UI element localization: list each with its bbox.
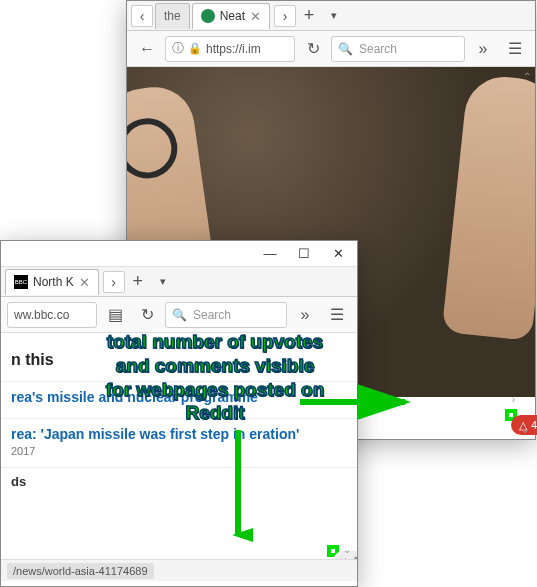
url-bar[interactable]: ⓘ 🔒 https://i.im <box>165 36 295 62</box>
story-date: 2017 <box>11 445 347 457</box>
hamburger-menu-button[interactable]: ☰ <box>323 301 351 329</box>
story-headline-link[interactable]: rea: 'Japan missile was first step in er… <box>11 425 347 443</box>
url-bar[interactable]: ww.bbc.co <box>7 302 97 328</box>
close-tab-icon[interactable]: ✕ <box>79 275 90 290</box>
story-headline-link[interactable]: rea's missile and nuclear programme <box>11 388 347 406</box>
tab-inactive[interactable]: the <box>155 3 190 29</box>
search-box[interactable]: 🔍 Search <box>165 302 287 328</box>
status-url: /news/world-asia-41174689 <box>7 563 154 579</box>
tab-overflow-button[interactable]: ▾ <box>320 2 348 30</box>
story-trail-text: ds <box>11 474 26 489</box>
hamburger-menu-button[interactable]: ☰ <box>501 35 529 63</box>
nav-toolbar: ww.bbc.co ▤ ↻ 🔍 Search » ☰ <box>1 297 357 333</box>
annotation-highlight-box: △ 41469 ✎ 1255 gifs <box>505 409 517 421</box>
search-placeholder: Search <box>359 42 397 56</box>
search-box[interactable]: 🔍 Search <box>331 36 465 62</box>
page-content: n this rea's missile and nuclear program… <box>1 333 357 559</box>
window-titlebar: — ☐ ✕ <box>1 241 357 267</box>
scroll-up-indicator: ⌃ <box>523 71 531 82</box>
site-info-icon[interactable]: ⓘ <box>172 40 184 57</box>
scroll-down-indicator: ⌄ <box>343 544 351 555</box>
tab-strip: ‹ the Neat ✕ › + ▾ <box>127 1 535 31</box>
new-tab-button[interactable]: + <box>298 5 320 26</box>
reload-button[interactable]: ↻ <box>133 301 161 329</box>
tab-active[interactable]: BBC North K ✕ <box>5 269 99 295</box>
new-tab-button[interactable]: + <box>127 271 149 292</box>
window-minimize-button[interactable]: — <box>253 243 287 265</box>
tab-strip: BBC North K ✕ › + ▾ <box>1 267 357 297</box>
search-placeholder: Search <box>193 308 231 322</box>
scroll-down-indicator: ⌄ <box>521 424 529 435</box>
tab-overflow-button[interactable]: ▾ <box>149 268 177 296</box>
reload-button[interactable]: ↻ <box>299 35 327 63</box>
story-item: rea's missile and nuclear programme <box>1 381 357 418</box>
tab-label: North K <box>33 275 74 289</box>
scroll-right-indicator: › <box>512 394 515 405</box>
favicon-icon: BBC <box>14 275 28 289</box>
section-heading: n this <box>11 351 357 369</box>
toolbar-overflow-button[interactable]: » <box>469 35 497 63</box>
upvote-count: 137 <box>353 555 357 559</box>
url-text: ww.bbc.co <box>14 308 69 322</box>
close-tab-icon[interactable]: ✕ <box>250 9 261 24</box>
favicon-icon <box>201 9 215 23</box>
window-close-button[interactable]: ✕ <box>321 243 355 265</box>
window-maximize-button[interactable]: ☐ <box>287 243 321 265</box>
nav-toolbar: ← ⓘ 🔒 https://i.im ↻ 🔍 Search » ☰ <box>127 31 535 67</box>
lock-icon: 🔒 <box>188 42 202 55</box>
nav-back-button[interactable]: ← <box>133 35 161 63</box>
search-icon: 🔍 <box>338 42 353 56</box>
status-bar: /news/world-asia-41174689 <box>1 559 357 581</box>
tab-label: the <box>164 9 181 23</box>
upvote-count: 41469 <box>531 419 537 431</box>
browser-window-front: — ☐ ✕ BBC North K ✕ › + ▾ ww.bbc.co ▤ ↻ … <box>0 240 358 587</box>
story-item: ds <box>1 467 357 499</box>
tab-history-forward-button[interactable]: › <box>274 5 296 27</box>
tab-label: Neat <box>220 9 245 23</box>
search-icon: 🔍 <box>172 308 187 322</box>
story-item: rea: 'Japan missile was first step in er… <box>1 418 357 467</box>
tab-history-forward-button[interactable]: › <box>103 271 125 293</box>
toolbar-overflow-button[interactable]: » <box>291 301 319 329</box>
tab-history-back-button[interactable]: ‹ <box>131 5 153 27</box>
annotation-highlight-box: △ 137 ✎ 90 r <box>327 545 339 557</box>
url-text: https://i.im <box>206 42 261 56</box>
tab-active[interactable]: Neat ✕ <box>192 3 270 29</box>
reader-mode-button[interactable]: ▤ <box>101 301 129 329</box>
upvote-icon: △ <box>341 555 349 560</box>
